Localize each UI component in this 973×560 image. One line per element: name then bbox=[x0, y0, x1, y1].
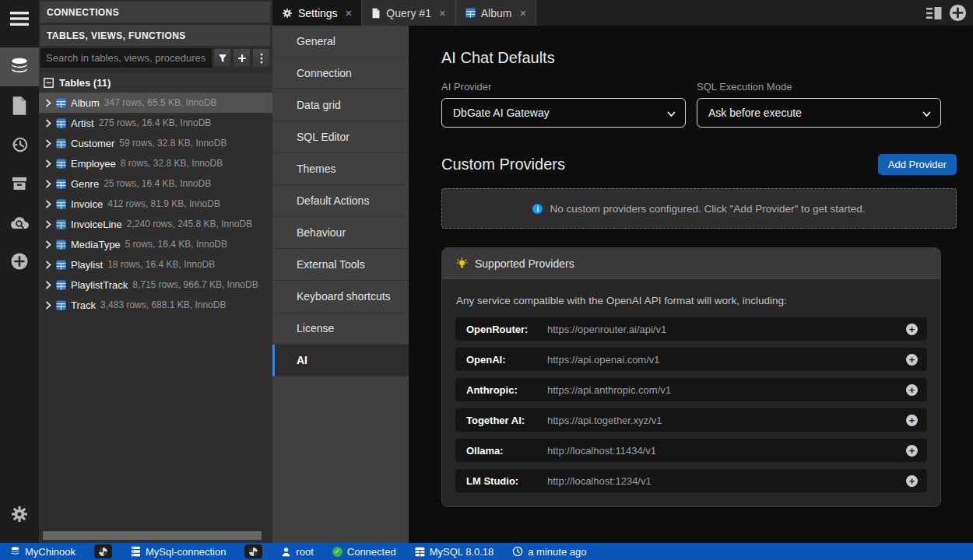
status-version[interactable]: MySQL 8.0.18 bbox=[415, 546, 494, 558]
chevron-right-icon[interactable] bbox=[45, 99, 51, 107]
table-row-invoice[interactable]: Invoice 412 rows, 81.9 KB, InnoDB bbox=[39, 194, 272, 214]
supported-providers-title: Supported Providers bbox=[475, 257, 574, 270]
table-row-invoiceline[interactable]: InvoiceLine 2,240 rows, 245.8 KB, InnoDB bbox=[39, 214, 272, 234]
rail-archive-button[interactable] bbox=[0, 164, 39, 203]
scrollbar-thumb[interactable] bbox=[43, 531, 262, 540]
tab-close-button[interactable]: × bbox=[346, 6, 353, 19]
add-circle-icon[interactable]: + bbox=[906, 445, 918, 457]
tab-label: Album bbox=[481, 7, 512, 19]
nav-label: Behaviour bbox=[297, 226, 346, 239]
chevron-right-icon[interactable] bbox=[45, 159, 51, 168]
settings-nav-default-actions[interactable]: Default Actions bbox=[272, 185, 409, 217]
table-icon bbox=[56, 98, 66, 108]
more-options-button[interactable] bbox=[252, 48, 270, 68]
nav-label: Data grid bbox=[297, 99, 341, 111]
provider-url: https://openrouter.ai/api/v1 bbox=[536, 324, 906, 335]
settings-nav-license[interactable]: License bbox=[272, 313, 409, 345]
settings-nav-behaviour[interactable]: Behaviour bbox=[272, 217, 409, 249]
connections-header-label: CONNECTIONS bbox=[47, 7, 119, 18]
table-row-playlisttrack[interactable]: PlaylistTrack 8,715 rows, 966.7 KB, Inno… bbox=[39, 275, 272, 295]
tables-views-functions-header[interactable]: TABLES, VIEWS, FUNCTIONS bbox=[40, 25, 270, 46]
table-row-mediatype[interactable]: MediaType 5 rows, 16.4 KB, InnoDB bbox=[39, 234, 272, 254]
supported-providers-intro: Any service compatible with the OpenAI A… bbox=[456, 295, 927, 306]
rail-cloud-search-button[interactable] bbox=[0, 203, 39, 242]
chevron-right-icon[interactable] bbox=[45, 200, 51, 208]
chevron-down-icon bbox=[922, 107, 931, 119]
status-bar: MyChinook MySql-connection root ✓ Connec… bbox=[0, 543, 973, 560]
status-database[interactable]: MyChinook bbox=[10, 546, 76, 558]
table-row-album[interactable]: Album 347 rows, 65.5 KB, InnoDB bbox=[39, 93, 272, 113]
filter-button[interactable] bbox=[213, 48, 231, 68]
table-icon bbox=[56, 138, 66, 149]
table-row-employee[interactable]: Employee 8 rows, 32.8 KB, InnoDB bbox=[39, 153, 272, 173]
table-row-playlist[interactable]: Playlist 18 rows, 16.4 KB, InnoDB bbox=[39, 254, 272, 275]
hamburger-icon bbox=[9, 11, 30, 26]
rail-settings-button[interactable] bbox=[0, 495, 39, 534]
status-user[interactable]: root bbox=[281, 546, 313, 558]
page-title: AI Chat Defaults bbox=[441, 49, 957, 67]
add-provider-button[interactable]: Add Provider bbox=[878, 154, 957, 175]
status-connection[interactable]: MySql-connection bbox=[131, 546, 226, 558]
chevron-right-icon[interactable] bbox=[45, 261, 51, 269]
provider-name: Anthropic: bbox=[466, 384, 536, 396]
table-details: 347 rows, 65.5 KB, InnoDB bbox=[104, 97, 217, 108]
table-icon bbox=[56, 300, 66, 310]
rail-add-button[interactable] bbox=[0, 242, 39, 281]
status-user-label: root bbox=[296, 546, 313, 558]
provider-url: https://api.together.xyz/v1 bbox=[536, 415, 906, 426]
status-last-refresh[interactable]: a minute ago bbox=[512, 546, 586, 558]
menu-button[interactable] bbox=[0, 0, 39, 37]
table-row-track[interactable]: Track 3,483 rows, 688.1 KB, InnoDB bbox=[39, 295, 272, 315]
chevron-right-icon[interactable] bbox=[45, 240, 51, 249]
status-connection-label: MySql-connection bbox=[146, 546, 226, 558]
widget-panel-toggle-icon[interactable] bbox=[926, 6, 943, 20]
connections-header[interactable]: CONNECTIONS bbox=[40, 2, 270, 23]
add-circle-icon[interactable]: + bbox=[906, 415, 918, 426]
add-circle-icon[interactable]: + bbox=[906, 354, 918, 366]
chevron-right-icon[interactable] bbox=[45, 180, 51, 188]
table-icon bbox=[465, 8, 476, 18]
settings-nav-keyboard-shortcuts[interactable]: Keyboard shortcuts bbox=[272, 281, 409, 313]
tab-settings[interactable]: Settings × bbox=[272, 0, 362, 26]
settings-nav-ai[interactable]: AI bbox=[272, 345, 409, 376]
rail-files-button[interactable] bbox=[0, 86, 39, 125]
settings-nav-themes[interactable]: Themes bbox=[272, 153, 409, 185]
table-name: MediaType bbox=[71, 239, 121, 250]
settings-nav-external-tools[interactable]: External Tools bbox=[272, 249, 409, 281]
tables-group-header[interactable]: Tables (11) bbox=[39, 73, 272, 93]
status-version-label: MySQL 8.0.18 bbox=[430, 546, 494, 558]
rail-connections-button[interactable] bbox=[0, 47, 39, 86]
tab-query-1[interactable]: Query #1 × bbox=[362, 0, 455, 26]
table-row-artist[interactable]: Artist 275 rows, 16.4 KB, InnoDB bbox=[39, 113, 272, 133]
tab-close-button[interactable]: × bbox=[519, 6, 526, 19]
lightbulb-icon bbox=[456, 257, 468, 270]
add-tab-icon[interactable] bbox=[949, 4, 967, 22]
add-circle-icon[interactable]: + bbox=[906, 324, 918, 335]
chevron-right-icon[interactable] bbox=[45, 301, 51, 310]
tab-close-button[interactable]: × bbox=[439, 6, 446, 19]
status-connected[interactable]: ✓ Connected bbox=[332, 546, 396, 558]
chevron-right-icon[interactable] bbox=[45, 139, 51, 148]
mysql-logo-icon bbox=[249, 548, 258, 556]
add-circle-icon[interactable]: + bbox=[906, 475, 918, 487]
chevron-right-icon[interactable] bbox=[45, 281, 51, 289]
tab-album[interactable]: Album × bbox=[456, 0, 536, 26]
search-input[interactable] bbox=[40, 48, 212, 68]
add-circle-icon[interactable]: + bbox=[906, 384, 918, 396]
ai-provider-select[interactable]: DbGate AI Gateway bbox=[441, 98, 686, 128]
empty-providers-message-box: i No custom providers configured. Click … bbox=[441, 188, 957, 229]
settings-nav-general[interactable]: General bbox=[272, 26, 409, 58]
settings-nav-data-grid[interactable]: Data grid bbox=[272, 89, 409, 121]
chevron-right-icon[interactable] bbox=[45, 220, 51, 229]
settings-nav-connection[interactable]: Connection bbox=[272, 58, 409, 89]
add-object-button[interactable] bbox=[233, 48, 251, 68]
sql-execution-mode-select[interactable]: Ask before execute bbox=[697, 98, 941, 128]
settings-nav-sql-editor[interactable]: SQL Editor bbox=[272, 121, 409, 153]
rail-history-button[interactable] bbox=[0, 125, 39, 164]
provider-url: http://localhost:1234/v1 bbox=[536, 475, 906, 487]
horizontal-scrollbar[interactable] bbox=[39, 531, 272, 540]
provider-name: OpenAI: bbox=[466, 354, 536, 366]
table-row-customer[interactable]: Customer 59 rows, 32.8 KB, InnoDB bbox=[39, 133, 272, 153]
table-row-genre[interactable]: Genre 25 rows, 16.4 KB, InnoDB bbox=[39, 173, 272, 194]
chevron-right-icon[interactable] bbox=[45, 119, 51, 128]
